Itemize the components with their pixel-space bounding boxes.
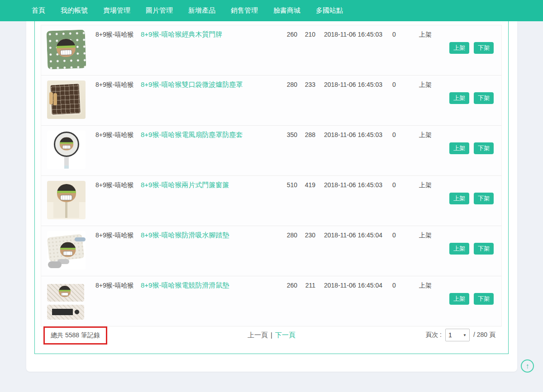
nav-item-add-product[interactable]: 新增產品	[188, 6, 215, 15]
updated-time: 2018-11-06 16:45:03	[315, 25, 392, 75]
price-sale: 419	[297, 176, 315, 226]
product-list-panel: 8+9猴-嘻哈猴 8+9猴-嘻哈猴經典木質門牌 260 210 2018-11-…	[34, 21, 509, 354]
row-actions: 上架 下架	[449, 243, 494, 255]
brand-label: 8+9猴-嘻哈猴	[95, 25, 141, 75]
nav-item-multi-site[interactable]: 多國站點	[316, 6, 343, 15]
sold-count: 0	[392, 176, 401, 226]
table-row: 8+9猴-嘻哈猴 8+9猴-嘻哈猴防滑吸水腳踏墊 280 230 2018-11…	[41, 226, 501, 276]
monkey-face-graphic	[56, 38, 76, 57]
brand-label: 8+9猴-嘻哈猴	[95, 126, 141, 175]
nav-item-sales-manage[interactable]: 銷售管理	[231, 6, 258, 15]
page-jumper: 頁次 : 1 ▼ / 280 頁	[425, 329, 495, 341]
price-sale: 233	[297, 76, 315, 125]
table-row: 8+9猴-嘻哈猴 8+9猴-嘻哈猴電競防滑滑鼠墊 260 211 2018-11…	[41, 276, 501, 326]
monkey-face-graphic	[60, 242, 76, 257]
delist-button[interactable]: 下架	[474, 142, 494, 154]
status-label: 上架	[419, 25, 446, 75]
content-card: 8+9猴-嘻哈猴 8+9猴-嘻哈猴經典木質門牌 260 210 2018-11-…	[26, 21, 517, 372]
image-cell	[41, 126, 95, 175]
row-actions: 上架 下架	[449, 142, 494, 154]
brand-label: 8+9猴-嘻哈猴	[95, 176, 141, 226]
next-page-link[interactable]: 下一頁	[275, 331, 295, 339]
list-button[interactable]: 上架	[449, 142, 469, 154]
page-select[interactable]: 1 ▼	[445, 329, 470, 341]
row-actions: 上架 下架	[449, 92, 494, 104]
delist-button[interactable]: 下架	[474, 243, 494, 255]
chevron-down-icon: ▼	[463, 333, 467, 337]
monkey-face-graphic	[59, 286, 71, 297]
image-cell	[41, 276, 95, 326]
table-footer: 總共 5588 筆記錄 上一頁|下一頁 頁次 : 1 ▼ / 280 頁	[35, 326, 508, 354]
table-row: 8+9猴-嘻哈猴 8+9猴-嘻哈猴雙口袋微波爐防塵罩 280 233 2018-…	[41, 76, 501, 126]
nav-item-home[interactable]: 首頁	[32, 6, 45, 15]
list-button[interactable]: 上架	[449, 92, 469, 104]
product-link[interactable]: 8+9猴-嘻哈猴防滑吸水腳踏墊	[141, 231, 229, 239]
price-original: 350	[281, 126, 297, 175]
brand-label: 8+9猴-嘻哈猴	[95, 276, 141, 326]
updated-time: 2018-11-06 16:45:03	[315, 126, 392, 175]
list-button[interactable]: 上架	[449, 193, 469, 204]
product-image[interactable]	[47, 181, 86, 219]
table-row: 8+9猴-嘻哈猴 8+9猴-嘻哈猴兩片式門簾窗簾 510 419 2018-11…	[41, 176, 501, 226]
arrow-up-icon: ↑	[526, 362, 529, 370]
product-image[interactable]	[47, 30, 86, 70]
list-button[interactable]: 上架	[449, 243, 469, 255]
main-nav: 首頁我的帳號賣場管理圖片管理新增產品銷售管理臉書商城多國站點	[32, 6, 343, 15]
price-original: 260	[281, 276, 297, 326]
status-label: 上架	[419, 126, 446, 175]
price-original: 280	[281, 226, 297, 276]
brand-label: 8+9猴-嘻哈猴	[95, 76, 141, 125]
product-link[interactable]: 8+9猴-嘻哈猴兩片式門簾窗簾	[141, 181, 229, 189]
status-label: 上架	[419, 226, 446, 276]
table-row: 8+9猴-嘻哈猴 8+9猴-嘻哈猴電風扇防塵罩防塵套 350 288 2018-…	[41, 126, 501, 176]
status-label: 上架	[419, 76, 446, 125]
delist-button[interactable]: 下架	[474, 92, 494, 104]
page-select-value: 1	[448, 331, 452, 339]
delist-button[interactable]: 下架	[474, 293, 494, 305]
product-link[interactable]: 8+9猴-嘻哈猴電風扇防塵罩防塵套	[141, 131, 243, 138]
name-cell: 8+9猴-嘻哈猴防滑吸水腳踏墊	[141, 226, 281, 276]
updated-time: 2018-11-06 16:45:04	[315, 276, 392, 326]
brand-label: 8+9猴-嘻哈猴	[95, 226, 141, 276]
page-total-label: / 280 頁	[473, 331, 495, 339]
product-image[interactable]	[47, 80, 86, 119]
price-original: 510	[281, 176, 297, 226]
top-navbar: 首頁我的帳號賣場管理圖片管理新增產品銷售管理臉書商城多國站點	[0, 0, 543, 21]
price-sale: 210	[297, 25, 315, 75]
row-actions: 上架 下架	[449, 193, 494, 204]
sold-count: 0	[392, 226, 401, 276]
status-label: 上架	[419, 176, 446, 226]
product-table: 8+9猴-嘻哈猴 8+9猴-嘻哈猴經典木質門牌 260 210 2018-11-…	[41, 25, 502, 326]
nav-item-image-manage[interactable]: 圖片管理	[146, 6, 173, 15]
product-image[interactable]	[47, 231, 86, 269]
scroll-to-top-button[interactable]: ↑	[521, 359, 534, 373]
product-link[interactable]: 8+9猴-嘻哈猴電競防滑滑鼠墊	[141, 281, 229, 289]
sold-count: 0	[392, 25, 401, 75]
list-button[interactable]: 上架	[449, 293, 469, 305]
product-image[interactable]	[47, 131, 86, 169]
monkey-face-graphic	[59, 137, 73, 151]
image-cell	[41, 76, 95, 125]
nav-item-my-account[interactable]: 我的帳號	[61, 6, 88, 15]
nav-item-shop-manage[interactable]: 賣場管理	[103, 6, 130, 15]
prev-page-link[interactable]: 上一頁	[248, 331, 268, 339]
pagination-separator: |	[271, 331, 272, 339]
price-sale: 230	[297, 226, 315, 276]
delist-button[interactable]: 下架	[474, 42, 494, 54]
product-image[interactable]	[47, 281, 86, 320]
price-original: 280	[281, 76, 297, 125]
status-label: 上架	[419, 276, 446, 326]
sold-count: 0	[392, 276, 401, 326]
updated-time: 2018-11-06 16:45:03	[315, 176, 392, 226]
table-row: 8+9猴-嘻哈猴 8+9猴-嘻哈猴經典木質門牌 260 210 2018-11-…	[41, 25, 501, 76]
image-cell	[41, 176, 95, 226]
price-sale: 211	[297, 276, 315, 326]
product-link[interactable]: 8+9猴-嘻哈猴經典木質門牌	[141, 30, 222, 38]
image-cell	[41, 226, 95, 276]
delist-button[interactable]: 下架	[474, 193, 494, 204]
nav-item-facebook-mall[interactable]: 臉書商城	[273, 6, 300, 15]
product-link[interactable]: 8+9猴-嘻哈猴雙口袋微波爐防塵罩	[141, 80, 243, 88]
name-cell: 8+9猴-嘻哈猴兩片式門簾窗簾	[141, 176, 281, 226]
list-button[interactable]: 上架	[449, 42, 469, 54]
updated-time: 2018-11-06 16:45:04	[315, 226, 392, 276]
